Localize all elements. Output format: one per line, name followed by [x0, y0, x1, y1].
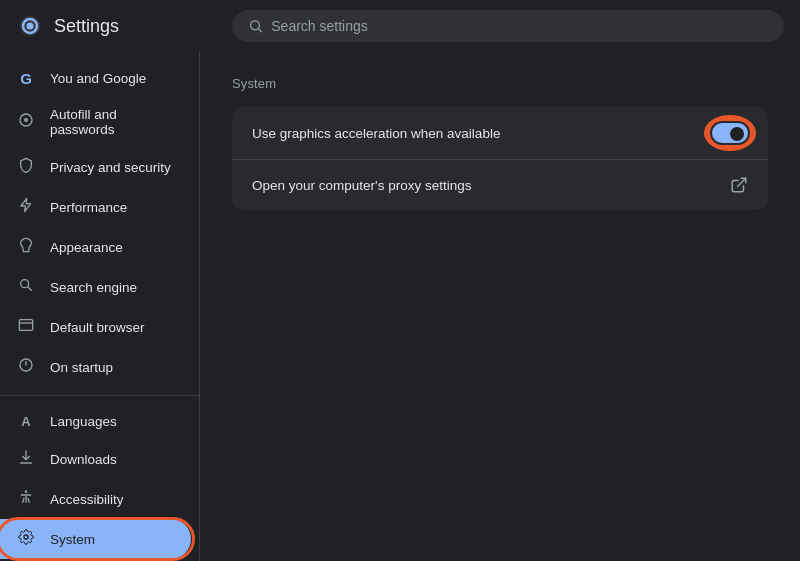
svg-point-15 — [24, 535, 28, 539]
sidebar-label-performance: Performance — [50, 200, 127, 215]
search-input-wrapper — [232, 10, 784, 42]
header: Settings — [0, 0, 800, 52]
sidebar-item-appearance[interactable]: Appearance — [0, 227, 191, 267]
sidebar-item-accessibility[interactable]: Accessibility — [0, 479, 191, 519]
svg-line-8 — [28, 287, 32, 291]
downloads-icon — [16, 449, 36, 469]
sidebar-label-system: System — [50, 532, 95, 547]
sidebar-label-accessibility: Accessibility — [50, 492, 124, 507]
languages-icon: A — [16, 414, 36, 429]
sidebar-label-languages: Languages — [50, 414, 117, 429]
graphics-acceleration-label: Use graphics acceleration when available — [252, 126, 500, 141]
search-icon — [248, 18, 263, 34]
chrome-logo-icon — [16, 12, 44, 40]
proxy-settings-label: Open your computer's proxy settings — [252, 178, 471, 193]
main-layout: G You and Google Autofill and passwords … — [0, 52, 800, 561]
on-startup-icon — [16, 357, 36, 377]
privacy-icon — [16, 157, 36, 177]
performance-icon — [16, 197, 36, 217]
svg-rect-9 — [19, 320, 32, 331]
graphics-acceleration-toggle[interactable] — [712, 123, 748, 143]
sidebar-label-privacy: Privacy and security — [50, 160, 171, 175]
sidebar-item-autofill[interactable]: Autofill and passwords — [0, 97, 191, 147]
search-input[interactable] — [271, 18, 768, 34]
google-icon: G — [16, 70, 36, 87]
sidebar-item-system[interactable]: System — [0, 519, 191, 559]
search-engine-icon — [16, 277, 36, 297]
appearance-icon — [16, 237, 36, 257]
sidebar-item-languages[interactable]: A Languages — [0, 404, 191, 439]
sidebar-item-performance[interactable]: Performance — [0, 187, 191, 227]
proxy-settings-row: Open your computer's proxy settings — [232, 160, 768, 210]
sidebar-label-default-browser: Default browser — [50, 320, 145, 335]
svg-point-14 — [25, 490, 28, 493]
sidebar-label-on-startup: On startup — [50, 360, 113, 375]
system-icon — [16, 529, 36, 549]
proxy-settings-external-link[interactable] — [730, 176, 748, 194]
toggle-thumb — [730, 127, 744, 141]
svg-line-19 — [738, 178, 746, 186]
sidebar: G You and Google Autofill and passwords … — [0, 52, 200, 561]
sidebar-item-downloads[interactable]: Downloads — [0, 439, 191, 479]
svg-line-4 — [259, 29, 262, 32]
settings-card: Use graphics acceleration when available… — [232, 107, 768, 210]
sidebar-item-default-browser[interactable]: Default browser — [0, 307, 191, 347]
main-content: System Use graphics acceleration when av… — [200, 52, 800, 561]
sidebar-item-search-engine[interactable]: Search engine — [0, 267, 191, 307]
section-title: System — [232, 76, 768, 91]
sidebar-divider-1 — [0, 395, 199, 396]
autofill-icon — [16, 112, 36, 132]
page-title: Settings — [54, 16, 119, 37]
search-bar — [232, 10, 784, 42]
header-title-area: Settings — [16, 12, 216, 40]
toggle-annotation-wrapper — [712, 123, 748, 143]
sidebar-label-appearance: Appearance — [50, 240, 123, 255]
sidebar-item-privacy[interactable]: Privacy and security — [0, 147, 191, 187]
accessibility-icon — [16, 489, 36, 509]
sidebar-item-you-and-google[interactable]: G You and Google — [0, 60, 191, 97]
sidebar-label-downloads: Downloads — [50, 452, 117, 467]
sidebar-label-search-engine: Search engine — [50, 280, 137, 295]
svg-point-2 — [27, 23, 34, 30]
svg-point-6 — [24, 118, 28, 122]
sidebar-label-autofill: Autofill and passwords — [50, 107, 175, 137]
graphics-acceleration-row: Use graphics acceleration when available — [232, 107, 768, 160]
sidebar-label-you-and-google: You and Google — [50, 71, 146, 86]
default-browser-icon — [16, 317, 36, 337]
sidebar-item-on-startup[interactable]: On startup — [0, 347, 191, 387]
